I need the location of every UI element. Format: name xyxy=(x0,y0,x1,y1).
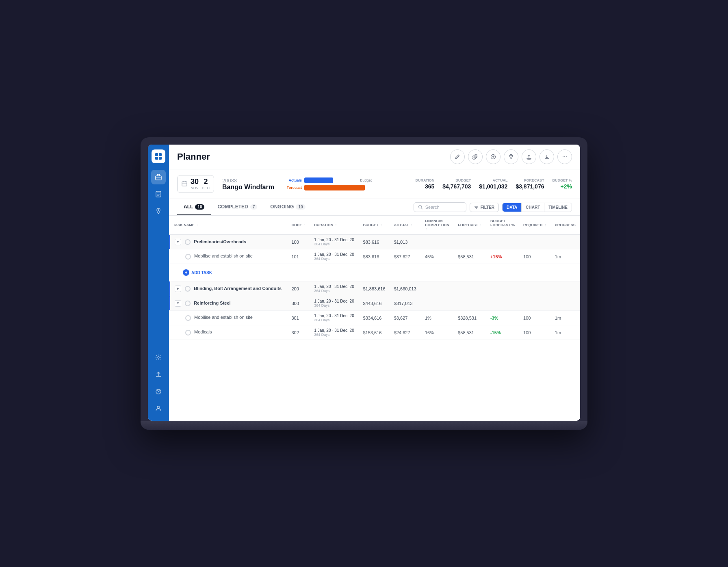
location-button[interactable] xyxy=(504,149,518,164)
col-budget-forecast: BUDGETFORECAST % ↕ xyxy=(486,216,519,235)
more-button[interactable] xyxy=(557,149,572,164)
actuals-track xyxy=(304,177,357,183)
group2-budget: $1,883,616 xyxy=(359,281,390,296)
table-row: Medicals 302 1 Jan, 20 - 31 Dec, 20 364 … xyxy=(169,325,580,340)
search-box[interactable]: Search xyxy=(414,202,466,212)
add-button[interactable] xyxy=(486,149,500,164)
project-header: 30 NOV 2 DEC 20088 Bango Windfarm xyxy=(169,169,580,199)
svg-rect-20 xyxy=(182,182,187,186)
group2-required xyxy=(519,281,551,296)
child302-duration: 1 Jan, 20 - 31 Dec, 20 364 Days xyxy=(310,325,359,340)
attach-button[interactable] xyxy=(468,149,483,164)
add-task-button[interactable]: + ADD TASK xyxy=(173,267,576,278)
group3-name: Reinforcing Steel xyxy=(194,300,230,305)
expand-icon[interactable]: ▼ xyxy=(175,239,181,245)
sidebar-item-settings[interactable] xyxy=(151,350,166,365)
table-body: ▼ Preliminaries/Overheads 100 1 Jan, 20 … xyxy=(169,235,580,340)
view-data-button[interactable]: DATA xyxy=(503,203,522,212)
group-duration: 1 Jan, 20 - 31 Dec, 20 364 Days xyxy=(310,235,359,249)
tabs-right-controls: Search FILTER DATA CHART TIMELINE xyxy=(414,202,572,212)
col-task-name: TASK NAME ↓ xyxy=(169,216,287,235)
child-forecast: $58,531 xyxy=(454,249,486,264)
download-button[interactable] xyxy=(540,149,554,164)
child302-fin-completion: 16% xyxy=(421,325,454,340)
sidebar-item-doc[interactable] xyxy=(151,187,166,201)
project-stats: DURATION 365 BUDGET $4,767,703 ACTUAL $1… xyxy=(415,178,572,190)
view-buttons: DATA CHART TIMELINE xyxy=(502,203,572,212)
child301-name-cell: Mobilise and establish on site xyxy=(169,311,287,325)
child302-code: 302 xyxy=(287,325,310,340)
child-budget-pct: +15% xyxy=(486,249,519,264)
child301-budget: $334,616 xyxy=(359,311,390,325)
group3-required xyxy=(519,296,551,311)
actuals-fill xyxy=(304,177,333,183)
forecast-label: Forecast xyxy=(282,186,302,190)
actuals-bar-row: Actuals Budget xyxy=(282,177,372,183)
start-date: 30 NOV xyxy=(191,178,199,190)
stat-actual: ACTUAL $1,001,032 xyxy=(479,178,507,190)
top-actions xyxy=(450,149,572,164)
child302-actual: $24,627 xyxy=(390,325,421,340)
child-fin-completion: 45% xyxy=(421,249,454,264)
task302-check-icon xyxy=(185,330,191,335)
sidebar xyxy=(148,145,169,421)
col-code: CODE ↕ xyxy=(287,216,310,235)
laptop-base xyxy=(141,421,587,430)
svg-line-25 xyxy=(421,208,422,209)
date-range-box: 30 NOV 2 DEC xyxy=(177,175,214,193)
edit-button[interactable] xyxy=(450,149,465,164)
group2-duration: 1 Jan, 20 - 31 Dec, 20 364 Days xyxy=(310,281,359,296)
group2-name: Blinding, Bolt Arrangement and Conduits xyxy=(194,286,282,290)
tab-all[interactable]: ALL 10 xyxy=(177,199,211,215)
sidebar-item-pin[interactable] xyxy=(151,204,166,219)
group2-forecast xyxy=(454,281,486,296)
sidebar-item-export[interactable] xyxy=(151,367,166,382)
sidebar-logo xyxy=(152,149,165,163)
project-code: 20088 xyxy=(222,177,274,184)
group3-progress xyxy=(551,296,580,311)
group2-actual: $1,660,013 xyxy=(390,281,421,296)
group2-progress xyxy=(551,281,580,296)
stat-forecast: FORECAST $3,871,076 xyxy=(516,178,544,190)
child301-actual: $3,627 xyxy=(390,311,421,325)
child302-name-cell: Medicals xyxy=(169,325,287,340)
actuals-label: Actuals xyxy=(282,178,302,182)
group-check-icon xyxy=(185,239,191,245)
budget-inline-label: Budget xyxy=(360,178,372,182)
svg-point-18 xyxy=(564,156,565,157)
group-required xyxy=(519,235,551,249)
view-timeline-button[interactable]: TIMELINE xyxy=(544,203,572,212)
table-header: TASK NAME ↓ CODE ↕ DURATION ↕ xyxy=(169,216,580,235)
svg-rect-3 xyxy=(159,157,162,160)
group2-check-icon xyxy=(185,286,191,292)
tab-completed[interactable]: COMPLETED 7 xyxy=(211,199,264,215)
child301-budget-pct: -3% xyxy=(486,311,519,325)
sidebar-item-user[interactable] xyxy=(151,401,166,416)
group2-budget-pct xyxy=(486,281,519,296)
child301-progress: 1m xyxy=(551,311,580,325)
view-chart-button[interactable]: CHART xyxy=(522,203,544,212)
col-duration: DURATION ↕ xyxy=(310,216,359,235)
child301-code: 301 xyxy=(287,311,310,325)
group-actual: $1,013 xyxy=(390,235,421,249)
expand-icon-2[interactable]: ▶ xyxy=(175,286,181,292)
sidebar-item-help[interactable] xyxy=(151,384,166,399)
expand-icon-3[interactable]: ▼ xyxy=(175,300,181,307)
group2-name-cell: ▶ Blinding, Bolt Arrangement and Conduit… xyxy=(169,281,287,296)
child-budget: $83,616 xyxy=(359,249,390,264)
project-name: Bango Windfarm xyxy=(222,184,274,191)
filter-button[interactable]: FILTER xyxy=(470,203,499,212)
svg-point-24 xyxy=(418,206,421,208)
group-name-cell: ▼ Preliminaries/Overheads xyxy=(169,235,287,249)
group3-check-icon xyxy=(185,301,191,306)
task301-check-icon xyxy=(185,315,191,321)
group-name: Preliminaries/Overheads xyxy=(194,239,246,244)
child-duration: 1 Jan, 20 - 31 Dec, 20 364 Days xyxy=(310,249,359,264)
svg-rect-2 xyxy=(155,157,158,160)
upload-button[interactable] xyxy=(522,149,536,164)
tab-ongoing[interactable]: ONGOING 10 xyxy=(264,199,312,215)
sidebar-item-briefcase[interactable] xyxy=(151,170,166,184)
end-date: 2 DEC xyxy=(202,178,210,190)
group-code: 100 xyxy=(287,235,310,249)
group3-fin-completion xyxy=(421,296,454,311)
